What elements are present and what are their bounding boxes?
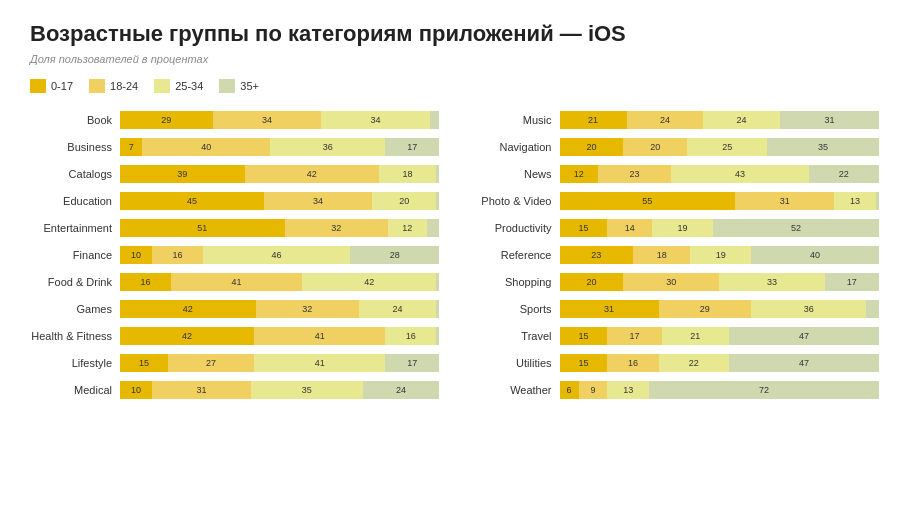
bar-container: 553113 (560, 192, 880, 210)
category-label: Medical (30, 384, 120, 396)
chart-row: Finance10164628 (30, 244, 440, 266)
bar-container: 394218 (120, 165, 440, 183)
bar-segment-2: 35 (251, 381, 363, 399)
bar-segment-1: 23 (598, 165, 671, 183)
legend-color (89, 79, 105, 93)
bar-segment-1: 32 (285, 219, 388, 237)
chart-row: Food & Drink164142 (30, 271, 440, 293)
bar-segment-2: 18 (379, 165, 437, 183)
bar-segment-2: 42 (302, 273, 436, 291)
bar-segment-0: 31 (560, 300, 659, 318)
category-label: Music (470, 114, 560, 126)
bar-container: 10164628 (120, 246, 440, 264)
bar-segment-3 (866, 300, 879, 318)
bar-segment-0: 39 (120, 165, 245, 183)
bar-segment-2: 34 (321, 111, 430, 129)
bar-segment-1: 34 (213, 111, 322, 129)
chart-row: Sports312936 (470, 298, 880, 320)
bar-segment-2: 16 (385, 327, 436, 345)
legend-item: 35+ (219, 79, 259, 93)
chart-row: Travel15172147 (470, 325, 880, 347)
bar-segment-3 (436, 327, 439, 345)
bar-segment-1: 41 (171, 273, 302, 291)
bar-container: 21242431 (560, 111, 880, 129)
bar-segment-0: 45 (120, 192, 264, 210)
bar-container: 20303317 (560, 273, 880, 291)
chart-row: Medical10313524 (30, 379, 440, 401)
category-label: Business (30, 141, 120, 153)
bar-container: 453420 (120, 192, 440, 210)
bar-segment-3: 47 (729, 354, 879, 372)
bar-segment-0: 21 (560, 111, 627, 129)
bar-container: 15172147 (560, 327, 880, 345)
bar-segment-3 (436, 273, 439, 291)
bar-container: 12234322 (560, 165, 880, 183)
left-chart: Book293434Business7403617Catalogs394218E… (30, 109, 440, 406)
chart-row: Business7403617 (30, 136, 440, 158)
bar-segment-1: 17 (607, 327, 661, 345)
bar-segment-1: 14 (607, 219, 652, 237)
bar-segment-2: 12 (388, 219, 427, 237)
bar-segment-0: 15 (120, 354, 168, 372)
bar-segment-0: 55 (560, 192, 736, 210)
chart-row: Book293434 (30, 109, 440, 131)
legend-item: 0-17 (30, 79, 73, 93)
right-chart: Music21242431Navigation20202535News12234… (470, 109, 880, 406)
charts-container: Book293434Business7403617Catalogs394218E… (30, 109, 879, 406)
bar-segment-2: 22 (659, 354, 729, 372)
category-label: Shopping (470, 276, 560, 288)
bar-segment-2: 46 (203, 246, 350, 264)
bar-segment-2: 13 (607, 381, 649, 399)
category-label: Sports (470, 303, 560, 315)
bar-segment-0: 42 (120, 300, 256, 318)
category-label: Travel (470, 330, 560, 342)
chart-row: Utilities15162247 (470, 352, 880, 374)
category-label: Reference (470, 249, 560, 261)
bar-segment-3: 47 (729, 327, 879, 345)
bar-segment-2: 20 (372, 192, 436, 210)
bar-container: 424116 (120, 327, 440, 345)
category-label: Utilities (470, 357, 560, 369)
bar-segment-2: 43 (671, 165, 808, 183)
bar-segment-1: 18 (633, 246, 691, 264)
page-title: Возрастные группы по категориям приложен… (30, 20, 879, 49)
legend: 0-1718-2425-3435+ (30, 79, 879, 93)
chart-row: Navigation20202535 (470, 136, 880, 158)
bar-segment-2: 36 (270, 138, 385, 156)
chart-row: Music21242431 (470, 109, 880, 131)
category-label: Health & Fitness (30, 330, 120, 342)
bar-segment-1: 42 (245, 165, 379, 183)
legend-label: 25-34 (175, 80, 203, 92)
category-label: Finance (30, 249, 120, 261)
bar-segment-0: 20 (560, 138, 624, 156)
bar-segment-2: 24 (359, 300, 436, 318)
legend-label: 0-17 (51, 80, 73, 92)
bar-segment-2: 19 (690, 246, 751, 264)
chart-row: Productivity15141952 (470, 217, 880, 239)
bar-segment-0: 10 (120, 246, 152, 264)
bar-container: 691372 (560, 381, 880, 399)
bar-segment-3 (427, 219, 440, 237)
bar-segment-3: 17 (825, 273, 879, 291)
subtitle: Доля пользователей в процентах (30, 53, 879, 65)
bar-segment-3: 17 (385, 354, 439, 372)
bar-segment-2: 41 (254, 354, 385, 372)
bar-segment-1: 9 (579, 381, 608, 399)
chart-row: Education453420 (30, 190, 440, 212)
bar-segment-1: 24 (627, 111, 704, 129)
bar-container: 513212 (120, 219, 440, 237)
legend-item: 25-34 (154, 79, 203, 93)
bar-segment-0: 51 (120, 219, 285, 237)
category-label: Weather (470, 384, 560, 396)
chart-row: Reference23181940 (470, 244, 880, 266)
legend-label: 18-24 (110, 80, 138, 92)
bar-container: 10313524 (120, 381, 440, 399)
bar-segment-1: 40 (142, 138, 270, 156)
chart-row: News12234322 (470, 163, 880, 185)
bar-segment-2: 25 (687, 138, 767, 156)
bar-segment-0: 15 (560, 354, 608, 372)
bar-segment-2: 36 (751, 300, 866, 318)
bar-segment-3: 28 (350, 246, 439, 264)
bar-segment-2: 13 (834, 192, 876, 210)
bar-segment-1: 34 (264, 192, 373, 210)
